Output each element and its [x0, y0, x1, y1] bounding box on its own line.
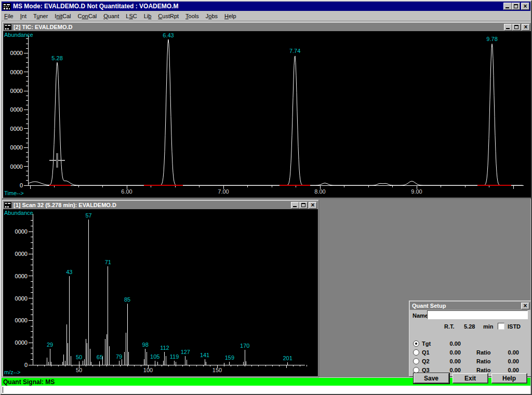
spectrum-x-tick-label: 100	[143, 367, 153, 373]
tic-maximize-button[interactable]	[512, 24, 521, 31]
save-button[interactable]: Save	[414, 373, 449, 384]
tic-ylabel: Abundance	[4, 32, 33, 38]
menu-file[interactable]: File	[4, 13, 14, 19]
spectrum-peak-label: 201	[283, 355, 292, 361]
q3-rt-value: 0.00	[440, 367, 461, 373]
tic-window: [2] TIC: EVALDEMO.D × 000000000000000000…	[2, 22, 532, 199]
spectrum-peak-label: 71	[105, 259, 111, 265]
menu-tuner[interactable]: Tuner	[33, 13, 48, 19]
maximize-icon	[514, 4, 518, 8]
integration-mark	[49, 185, 71, 186]
maximize-icon	[514, 25, 518, 29]
spectrum-peak-label: 85	[124, 296, 130, 303]
spectrum-y-tick-label: 0000	[15, 295, 28, 302]
tic-peak-label: 6.43	[163, 32, 174, 38]
spectrum-chart-area[interactable]: 0000000000000000000000000501001502943505…	[3, 209, 318, 376]
minimize-icon	[506, 28, 510, 29]
tic-chart[interactable]: 000000000000000000000000000006.007.008.0…	[3, 31, 531, 198]
spectrum-peak-label: 119	[170, 353, 179, 360]
spectrum-y-tick-label: 0000	[15, 339, 28, 346]
spectrum-peak-label: 79	[116, 353, 122, 360]
tic-titlebar[interactable]: [2] TIC: EVALDEMO.D ×	[3, 23, 531, 31]
tgt-label: Tgt	[422, 340, 431, 347]
q2-rt-value: 0.00	[440, 358, 461, 364]
spectrum-y-tick-label: 0000	[15, 251, 28, 257]
istd-label: ISTD	[508, 323, 521, 330]
tic-y-tick-label: 0	[20, 182, 23, 188]
main-window-title: MS Mode: EVALDEMO.D Not Quantitated : VO…	[13, 3, 503, 10]
help-button[interactable]: Help	[491, 373, 527, 384]
menu-initcal[interactable]: InitCal	[55, 13, 71, 19]
tic-y-tick-label: 0000	[10, 50, 23, 56]
q1-ratio-label: Ratio	[476, 349, 491, 356]
q3-ratio-label: Ratio	[476, 367, 491, 373]
tic-close-button[interactable]: ×	[522, 24, 530, 31]
tic-window-title: [2] TIC: EVALDEMO.D	[14, 24, 504, 30]
exit-button[interactable]: Exit	[453, 373, 488, 384]
menu-lib[interactable]: Lib	[144, 13, 152, 19]
tic-peak-label: 9.78	[486, 36, 497, 42]
spectrum-minimize-button[interactable]	[291, 202, 299, 209]
tic-trace	[28, 39, 523, 185]
spectrum-window: [1] Scan 32 (5.278 min): EVALDEMO.D × 00…	[2, 200, 319, 377]
spectrum-peak-label: 65	[97, 354, 103, 360]
q2-row: Q2 0.00 Ratio 0.00	[410, 358, 530, 365]
menu-concal[interactable]: ConCal	[78, 13, 97, 19]
q1-row: Q1 0.00 Ratio 0.00	[410, 349, 530, 357]
spectrum-maximize-button[interactable]	[299, 202, 308, 209]
quant-signal-text: Quant Signal: MS	[3, 378, 55, 386]
main-titlebar[interactable]: MS Mode: EVALDEMO.D Not Quantitated : VO…	[2, 2, 530, 11]
maximize-button[interactable]	[512, 3, 520, 10]
tic-x-tick-label: 6.00	[121, 188, 132, 195]
tic-chart-area[interactable]: 000000000000000000000000000006.007.008.0…	[3, 31, 531, 198]
spectrum-peak-label: 127	[181, 349, 190, 355]
spectrum-y-tick-label: 0000	[15, 228, 28, 235]
menu-int[interactable]: Int	[20, 13, 26, 19]
menu-custrpt[interactable]: CustRpt	[158, 13, 179, 19]
q3-ratio-value: 0.00	[498, 367, 519, 373]
spectrum-window-icon	[4, 202, 11, 208]
spectrum-y-tick-label: 0	[24, 362, 28, 368]
menu-quant[interactable]: Quant	[103, 13, 119, 19]
minimize-icon	[293, 206, 297, 207]
tgt-radio[interactable]	[413, 340, 419, 347]
q2-label: Q2	[422, 358, 430, 364]
minimize-button[interactable]	[503, 3, 512, 10]
q3-label: Q3	[422, 367, 430, 373]
spectrum-titlebar[interactable]: [1] Scan 32 (5.278 min): EVALDEMO.D ×	[3, 201, 318, 209]
q2-radio[interactable]	[413, 358, 419, 364]
tgt-rt-value: 0.00	[440, 340, 461, 347]
close-icon: ×	[524, 24, 527, 30]
spectrum-chart[interactable]: 0000000000000000000000000501001502943505…	[3, 209, 318, 376]
quant-setup-dialog: Quant Setup × Name R.T. 5.28 min ISTD Tg…	[409, 301, 531, 377]
istd-checkbox[interactable]	[498, 323, 504, 330]
quant-setup-close-button[interactable]: ×	[521, 303, 529, 309]
close-button[interactable]: ×	[521, 3, 529, 10]
tic-xlabel: Time-->	[4, 190, 24, 196]
menu-help[interactable]: Help	[224, 13, 236, 19]
tic-minimize-button[interactable]	[504, 24, 512, 31]
spectrum-peak-label: 141	[200, 352, 209, 358]
menu-jobs[interactable]: Jobs	[206, 13, 218, 19]
q3-radio[interactable]	[413, 367, 419, 373]
tic-x-tick-label: 9.00	[411, 188, 422, 195]
q1-radio[interactable]	[413, 349, 419, 356]
spectrum-peak-label: 50	[76, 354, 82, 360]
close-icon: ×	[311, 202, 314, 208]
spectrum-close-button[interactable]: ×	[309, 202, 317, 209]
spectrum-peak-label: 57	[85, 212, 91, 219]
quant-setup-titlebar[interactable]: Quant Setup ×	[410, 302, 530, 310]
menu-bar: FileIntTunerInitCalConCalQuantLSCLibCust…	[2, 11, 530, 21]
rt-header-label: R.T.	[444, 323, 455, 330]
menu-tools[interactable]: Tools	[185, 13, 199, 19]
spectrum-peak-label: 29	[47, 342, 53, 348]
menu-lsc[interactable]: LSC	[126, 13, 137, 19]
tic-y-tick-label: 0000	[10, 106, 23, 113]
spectrum-xlabel: m/z-->	[4, 369, 20, 375]
text-caret	[3, 387, 3, 393]
command-line[interactable]	[2, 386, 530, 394]
name-input[interactable]	[427, 310, 528, 319]
spectrum-window-title: [1] Scan 32 (5.278 min): EVALDEMO.D	[14, 202, 291, 208]
q2-ratio-label: Ratio	[476, 358, 491, 364]
spectrum-x-tick-label: 150	[212, 367, 222, 373]
